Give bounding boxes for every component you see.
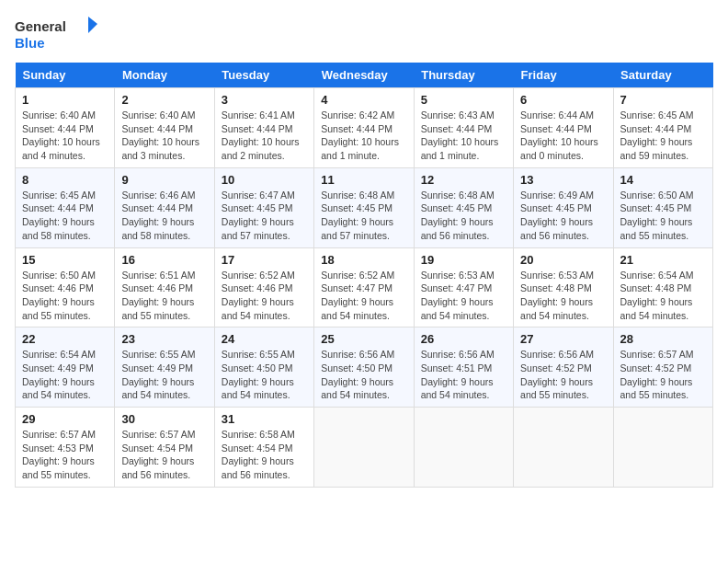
day-number: 13 — [520, 173, 606, 187]
day-number: 9 — [121, 173, 207, 187]
calendar-cell: 2 Sunrise: 6:40 AM Sunset: 4:44 PM Dayli… — [115, 88, 214, 168]
calendar-cell: 24 Sunrise: 6:55 AM Sunset: 4:50 PM Dayl… — [214, 327, 313, 408]
day-number: 25 — [321, 332, 406, 346]
day-number: 26 — [421, 332, 506, 346]
calendar-cell: 13 Sunrise: 6:49 AM Sunset: 4:45 PM Dayl… — [514, 167, 613, 247]
day-info: Sunrise: 6:51 AM Sunset: 4:46 PM Dayligh… — [121, 269, 207, 323]
day-info: Sunrise: 6:46 AM Sunset: 4:44 PM Dayligh… — [121, 189, 207, 243]
day-number: 17 — [222, 253, 307, 267]
day-info: Sunrise: 6:53 AM Sunset: 4:47 PM Dayligh… — [421, 269, 506, 323]
day-info: Sunrise: 6:58 AM Sunset: 4:54 PM Dayligh… — [222, 428, 307, 482]
day-info: Sunrise: 6:49 AM Sunset: 4:45 PM Dayligh… — [520, 189, 606, 243]
day-number: 16 — [121, 253, 207, 267]
day-info: Sunrise: 6:45 AM Sunset: 4:44 PM Dayligh… — [620, 109, 706, 163]
calendar-cell: 12 Sunrise: 6:48 AM Sunset: 4:45 PM Dayl… — [414, 167, 513, 247]
day-number: 22 — [22, 332, 108, 346]
day-number: 6 — [520, 93, 606, 107]
calendar-cell: 11 Sunrise: 6:48 AM Sunset: 4:45 PM Dayl… — [314, 167, 414, 247]
calendar-cell: 15 Sunrise: 6:50 AM Sunset: 4:46 PM Dayl… — [16, 247, 115, 327]
calendar-cell — [414, 408, 513, 488]
day-number: 14 — [620, 173, 706, 187]
day-info: Sunrise: 6:40 AM Sunset: 4:44 PM Dayligh… — [22, 109, 108, 163]
day-number: 4 — [321, 93, 406, 107]
calendar-week-5: 29 Sunrise: 6:57 AM Sunset: 4:53 PM Dayl… — [16, 408, 713, 488]
calendar-cell: 26 Sunrise: 6:56 AM Sunset: 4:51 PM Dayl… — [414, 327, 513, 408]
calendar-header-tuesday: Tuesday — [214, 63, 313, 88]
day-info: Sunrise: 6:41 AM Sunset: 4:44 PM Dayligh… — [222, 109, 307, 163]
day-number: 23 — [121, 332, 207, 346]
calendar-cell: 7 Sunrise: 6:45 AM Sunset: 4:44 PM Dayli… — [613, 88, 712, 168]
calendar-cell: 21 Sunrise: 6:54 AM Sunset: 4:48 PM Dayl… — [613, 247, 712, 327]
day-number: 18 — [321, 253, 406, 267]
calendar-cell — [514, 408, 613, 488]
day-info: Sunrise: 6:56 AM Sunset: 4:51 PM Dayligh… — [421, 348, 506, 402]
calendar-cell: 4 Sunrise: 6:42 AM Sunset: 4:44 PM Dayli… — [314, 88, 414, 168]
day-info: Sunrise: 6:55 AM Sunset: 4:49 PM Dayligh… — [121, 348, 207, 402]
day-info: Sunrise: 6:56 AM Sunset: 4:50 PM Dayligh… — [321, 348, 406, 402]
calendar-cell: 10 Sunrise: 6:47 AM Sunset: 4:45 PM Dayl… — [214, 167, 313, 247]
logo-icon: General Blue — [15, 15, 97, 55]
day-info: Sunrise: 6:52 AM Sunset: 4:46 PM Dayligh… — [222, 269, 307, 323]
day-number: 7 — [620, 93, 706, 107]
day-number: 27 — [520, 332, 606, 346]
calendar-cell: 8 Sunrise: 6:45 AM Sunset: 4:44 PM Dayli… — [16, 167, 115, 247]
day-number: 19 — [421, 253, 506, 267]
calendar-week-4: 22 Sunrise: 6:54 AM Sunset: 4:49 PM Dayl… — [16, 327, 713, 408]
day-info: Sunrise: 6:52 AM Sunset: 4:47 PM Dayligh… — [321, 269, 406, 323]
day-info: Sunrise: 6:57 AM Sunset: 4:54 PM Dayligh… — [121, 428, 207, 482]
calendar-header-saturday: Saturday — [613, 63, 712, 88]
calendar-header-thursday: Thursday — [414, 63, 513, 88]
day-number: 2 — [121, 93, 207, 107]
day-number: 8 — [22, 173, 108, 187]
day-number: 30 — [121, 412, 207, 426]
day-info: Sunrise: 6:54 AM Sunset: 4:49 PM Dayligh… — [22, 348, 108, 402]
day-number: 28 — [620, 332, 706, 346]
calendar-cell: 30 Sunrise: 6:57 AM Sunset: 4:54 PM Dayl… — [115, 408, 214, 488]
day-number: 20 — [520, 253, 606, 267]
calendar-header-friday: Friday — [514, 63, 613, 88]
day-number: 15 — [22, 253, 108, 267]
calendar-cell: 16 Sunrise: 6:51 AM Sunset: 4:46 PM Dayl… — [115, 247, 214, 327]
day-info: Sunrise: 6:42 AM Sunset: 4:44 PM Dayligh… — [321, 109, 406, 163]
calendar-table: SundayMondayTuesdayWednesdayThursdayFrid… — [15, 63, 713, 488]
day-number: 5 — [421, 93, 506, 107]
calendar-cell: 22 Sunrise: 6:54 AM Sunset: 4:49 PM Dayl… — [16, 327, 115, 408]
day-info: Sunrise: 6:57 AM Sunset: 4:52 PM Dayligh… — [620, 348, 706, 402]
calendar-week-3: 15 Sunrise: 6:50 AM Sunset: 4:46 PM Dayl… — [16, 247, 713, 327]
day-info: Sunrise: 6:57 AM Sunset: 4:53 PM Dayligh… — [22, 428, 108, 482]
logo: General Blue — [15, 15, 97, 55]
day-info: Sunrise: 6:48 AM Sunset: 4:45 PM Dayligh… — [321, 189, 406, 243]
calendar-cell: 19 Sunrise: 6:53 AM Sunset: 4:47 PM Dayl… — [414, 247, 513, 327]
day-number: 31 — [222, 412, 307, 426]
calendar-cell: 29 Sunrise: 6:57 AM Sunset: 4:53 PM Dayl… — [16, 408, 115, 488]
day-info: Sunrise: 6:43 AM Sunset: 4:44 PM Dayligh… — [421, 109, 506, 163]
calendar-header-row: SundayMondayTuesdayWednesdayThursdayFrid… — [16, 63, 713, 88]
calendar-header-sunday: Sunday — [16, 63, 115, 88]
day-number: 10 — [222, 173, 307, 187]
day-info: Sunrise: 6:44 AM Sunset: 4:44 PM Dayligh… — [520, 109, 606, 163]
svg-text:General: General — [15, 18, 66, 34]
calendar-cell: 1 Sunrise: 6:40 AM Sunset: 4:44 PM Dayli… — [16, 88, 115, 168]
day-number: 11 — [321, 173, 406, 187]
calendar-cell: 6 Sunrise: 6:44 AM Sunset: 4:44 PM Dayli… — [514, 88, 613, 168]
day-info: Sunrise: 6:50 AM Sunset: 4:46 PM Dayligh… — [22, 269, 108, 323]
calendar-cell: 27 Sunrise: 6:56 AM Sunset: 4:52 PM Dayl… — [514, 327, 613, 408]
calendar-cell: 3 Sunrise: 6:41 AM Sunset: 4:44 PM Dayli… — [214, 88, 313, 168]
calendar-cell — [613, 408, 712, 488]
day-info: Sunrise: 6:54 AM Sunset: 4:48 PM Dayligh… — [620, 269, 706, 323]
calendar-cell: 25 Sunrise: 6:56 AM Sunset: 4:50 PM Dayl… — [314, 327, 414, 408]
calendar-header-wednesday: Wednesday — [314, 63, 414, 88]
calendar-header-monday: Monday — [115, 63, 214, 88]
calendar-cell: 9 Sunrise: 6:46 AM Sunset: 4:44 PM Dayli… — [115, 167, 214, 247]
day-info: Sunrise: 6:45 AM Sunset: 4:44 PM Dayligh… — [22, 189, 108, 243]
calendar-cell: 20 Sunrise: 6:53 AM Sunset: 4:48 PM Dayl… — [514, 247, 613, 327]
day-number: 12 — [421, 173, 506, 187]
page-header: General Blue — [15, 15, 713, 55]
day-info: Sunrise: 6:55 AM Sunset: 4:50 PM Dayligh… — [222, 348, 307, 402]
calendar-cell: 23 Sunrise: 6:55 AM Sunset: 4:49 PM Dayl… — [115, 327, 214, 408]
calendar-cell: 17 Sunrise: 6:52 AM Sunset: 4:46 PM Dayl… — [214, 247, 313, 327]
svg-marker-2 — [88, 17, 97, 33]
calendar-week-2: 8 Sunrise: 6:45 AM Sunset: 4:44 PM Dayli… — [16, 167, 713, 247]
calendar-cell: 18 Sunrise: 6:52 AM Sunset: 4:47 PM Dayl… — [314, 247, 414, 327]
day-number: 24 — [222, 332, 307, 346]
